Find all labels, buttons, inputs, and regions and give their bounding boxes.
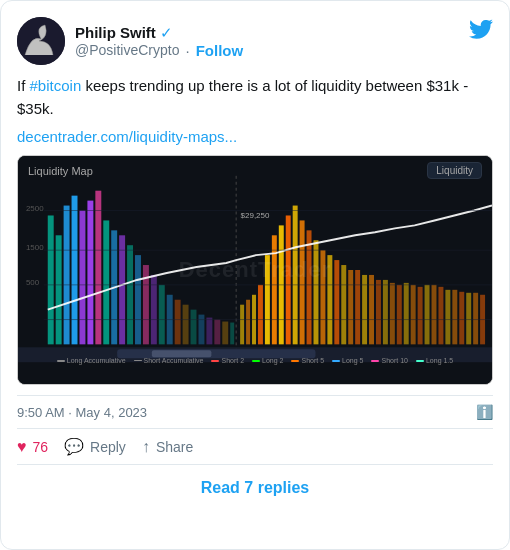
twitter-icon: [469, 17, 493, 47]
svg-rect-45: [341, 265, 346, 344]
svg-rect-11: [87, 201, 93, 345]
svg-rect-55: [411, 285, 416, 344]
svg-rect-15: [119, 235, 125, 344]
svg-rect-25: [198, 315, 204, 345]
svg-rect-22: [175, 300, 181, 345]
tweet-meta: 9:50 AM · May 4, 2023 ℹ️: [17, 395, 493, 428]
svg-rect-64: [473, 293, 478, 345]
svg-rect-42: [320, 250, 325, 344]
svg-rect-43: [327, 255, 332, 344]
price-label: $29,250: [241, 211, 270, 220]
tweet-header-left: Philip Swift ✓ @PositiveCrypto · Follow: [17, 17, 243, 65]
tweet-actions: ♥ 76 💬 Reply ↑ Share: [17, 428, 493, 465]
svg-text:1500: 1500: [26, 243, 44, 252]
legend-long-acc: Long Accumulative: [57, 357, 126, 364]
svg-rect-48: [362, 275, 367, 344]
verified-icon: ✓: [160, 24, 173, 42]
svg-rect-13: [103, 220, 109, 344]
legend-short-2: Short 2: [211, 357, 244, 364]
follow-button[interactable]: Follow: [196, 42, 244, 59]
svg-text:2500: 2500: [26, 204, 44, 213]
legend-short-10: Short 10: [371, 357, 407, 364]
legend-long-15: Long 1.5: [416, 357, 453, 364]
svg-rect-47: [355, 270, 360, 344]
read-replies-button[interactable]: Read 7 replies: [17, 465, 493, 511]
tweet-body: If #bitcoin keeps trending up there is a…: [17, 75, 493, 120]
chart-title: Liquidity Map: [28, 165, 93, 177]
svg-rect-29: [230, 323, 234, 345]
svg-rect-27: [214, 320, 220, 345]
svg-rect-26: [206, 318, 212, 345]
svg-rect-57: [425, 285, 430, 344]
reply-button[interactable]: 💬 Reply: [64, 437, 126, 456]
svg-rect-23: [183, 305, 189, 345]
svg-rect-12: [95, 191, 101, 345]
user-name-row: Philip Swift ✓: [75, 24, 243, 42]
svg-rect-49: [369, 275, 374, 344]
svg-rect-28: [222, 322, 228, 345]
svg-rect-30: [240, 305, 244, 345]
reply-icon: 💬: [64, 437, 84, 456]
svg-rect-6: [48, 215, 54, 344]
share-button[interactable]: ↑ Share: [142, 438, 193, 456]
svg-rect-9: [72, 196, 78, 345]
svg-rect-54: [404, 283, 409, 344]
svg-rect-46: [348, 270, 353, 344]
like-count: 76: [33, 439, 49, 455]
svg-rect-24: [191, 310, 197, 345]
svg-rect-44: [334, 260, 339, 344]
separator: ·: [185, 42, 189, 59]
user-name: Philip Swift: [75, 24, 156, 41]
user-handle: @PositiveCrypto: [75, 42, 179, 58]
svg-rect-34: [265, 255, 270, 344]
info-icon[interactable]: ℹ️: [476, 404, 493, 420]
svg-rect-53: [397, 285, 402, 344]
svg-rect-38: [293, 206, 298, 345]
svg-rect-56: [418, 287, 423, 344]
svg-rect-51: [383, 280, 388, 344]
svg-rect-31: [246, 300, 250, 345]
svg-rect-40: [307, 230, 312, 344]
heart-icon: ♥: [17, 438, 27, 456]
svg-rect-33: [258, 285, 263, 344]
svg-rect-62: [459, 292, 464, 345]
svg-rect-63: [466, 293, 471, 345]
svg-rect-37: [286, 215, 291, 344]
hashtag-bitcoin[interactable]: #bitcoin: [30, 77, 82, 94]
legend-long-2: Long 2: [252, 357, 283, 364]
svg-rect-16: [127, 245, 133, 344]
like-button[interactable]: ♥ 76: [17, 438, 48, 456]
user-info: Philip Swift ✓ @PositiveCrypto · Follow: [75, 24, 243, 59]
legend-short-acc: Short Accumulative: [134, 357, 204, 364]
chart-liquidity-button[interactable]: Liquidity: [427, 162, 482, 179]
svg-rect-39: [300, 220, 305, 344]
svg-rect-10: [79, 211, 85, 345]
svg-rect-7: [56, 235, 62, 344]
svg-rect-61: [452, 290, 457, 345]
svg-rect-52: [390, 283, 395, 344]
share-label: Share: [156, 439, 193, 455]
tweet-header: Philip Swift ✓ @PositiveCrypto · Follow: [17, 17, 493, 65]
legend-long-5: Long 5: [332, 357, 363, 364]
tweet-card: Philip Swift ✓ @PositiveCrypto · Follow …: [0, 0, 510, 550]
svg-rect-60: [445, 290, 450, 345]
svg-rect-19: [151, 275, 157, 344]
share-icon: ↑: [142, 438, 150, 456]
svg-text:500: 500: [26, 278, 40, 287]
svg-rect-59: [438, 287, 443, 344]
reply-label: Reply: [90, 439, 126, 455]
svg-rect-17: [135, 255, 141, 344]
chart-legend: Long Accumulative Short Accumulative Sho…: [18, 355, 492, 366]
svg-rect-41: [314, 240, 319, 344]
svg-rect-58: [432, 285, 437, 344]
tweet-link[interactable]: decentrader.com/liquidity-maps...: [17, 128, 493, 145]
tweet-timestamp: 9:50 AM · May 4, 2023: [17, 405, 147, 420]
legend-short-5: Short 5: [291, 357, 324, 364]
svg-rect-50: [376, 280, 381, 344]
svg-rect-8: [64, 206, 70, 345]
chart-header: Liquidity Map Liquidity: [18, 156, 492, 185]
chart-container: Liquidity Map Liquidity $29,250 DecentTr…: [17, 155, 493, 385]
svg-rect-20: [159, 285, 165, 344]
svg-rect-35: [272, 235, 277, 344]
avatar: [17, 17, 65, 65]
